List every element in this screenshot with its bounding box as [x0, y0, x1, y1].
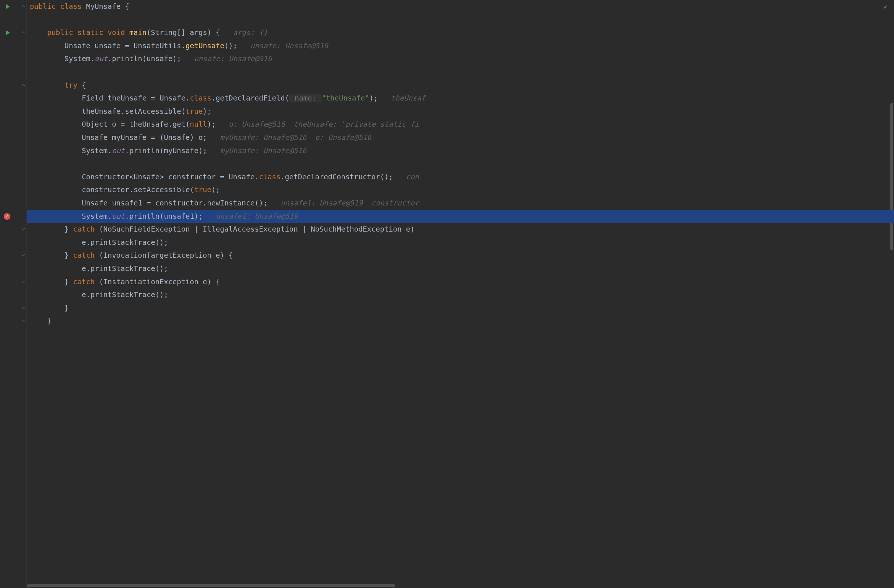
code-token: Unsafe.	[229, 173, 259, 181]
code-line[interactable]: Unsafe unsafe1 = constructor.newInstance…	[27, 197, 894, 210]
run-gutter-icon[interactable]	[5, 29, 12, 36]
code-token: =	[151, 94, 159, 102]
code-token: catch	[73, 278, 99, 286]
code-line[interactable]: try {	[27, 79, 894, 92]
run-gutter-icon[interactable]	[5, 3, 12, 10]
fold-close-icon[interactable]	[21, 280, 26, 284]
code-area[interactable]: ✔ public class MyUnsafe { public static …	[27, 0, 894, 588]
code-token: unsafe1: Unsafe@519 constructor	[281, 199, 419, 207]
code-line[interactable]: System.out.println(unsafe); unsafe: Unsa…	[27, 52, 894, 65]
code-line[interactable]: } catch (NoSuchFieldException | IllegalA…	[27, 223, 894, 236]
code-token: class	[190, 94, 211, 102]
code-token: .println(myUnsafe);	[125, 147, 207, 155]
fold-close-icon[interactable]	[21, 227, 26, 231]
code-line[interactable]: System.out.println(myUnsafe); myUnsafe: …	[27, 144, 894, 157]
code-line[interactable]: Object o = theUnsafe.get(null); o: Unsaf…	[27, 118, 894, 131]
code-line[interactable]: Unsafe unsafe = UnsafeUtils.getUnsafe();…	[27, 39, 894, 53]
code-token: );	[203, 107, 211, 116]
code-token: myUnsafe: Unsafe@516	[220, 147, 307, 155]
code-line[interactable]	[27, 157, 894, 171]
code-token: class	[259, 173, 281, 181]
code-token: Unsafe unsafe	[65, 42, 125, 50]
code-token: static	[77, 28, 107, 37]
code-token: MyUnsafe	[86, 2, 125, 11]
code-token: e.printStackTrace();	[82, 238, 168, 247]
code-line[interactable]: } catch (InvocationTargetException e) {	[27, 249, 894, 262]
code-token: {	[229, 251, 233, 260]
code-line[interactable]: } catch (InstantiationException e) {	[27, 275, 894, 289]
code-token: theUnsafe.setAccessible(	[82, 107, 186, 116]
code-token	[378, 94, 391, 102]
code-token	[207, 147, 220, 155]
code-token: }	[65, 251, 73, 260]
code-token: .println(unsafe);	[107, 54, 181, 63]
code-token: public	[47, 28, 77, 37]
code-token	[237, 42, 251, 50]
code-token: true	[194, 186, 211, 194]
code-editor[interactable]: ✔ public class MyUnsafe { public static …	[0, 0, 894, 588]
fold-close-icon[interactable]	[21, 306, 26, 310]
code-token: (InvocationTargetException e)	[99, 251, 229, 260]
code-line[interactable]	[27, 13, 894, 27]
code-token: e.printStackTrace();	[82, 265, 168, 273]
code-token: getUnsafe	[186, 42, 225, 50]
fold-open-icon[interactable]	[21, 30, 26, 35]
code-token: System.	[82, 147, 112, 155]
code-token: catch	[73, 225, 99, 233]
code-token: (	[146, 28, 151, 37]
code-token: UnsafeUtils.	[134, 42, 186, 50]
code-token: {	[125, 2, 129, 11]
code-line[interactable]: Unsafe myUnsafe = (Unsafe) o; myUnsafe: …	[27, 131, 894, 144]
code-token: System.	[82, 212, 112, 221]
code-token: []	[177, 28, 190, 37]
code-token: (InstantiationException e)	[99, 278, 216, 286]
code-token: constructor.newInstance();	[155, 199, 267, 207]
code-token: .getDeclaredField(	[211, 94, 289, 102]
code-line[interactable]: e.printStackTrace();	[27, 236, 894, 249]
code-token: )	[207, 28, 215, 37]
code-line[interactable]: Constructor<Unsafe> constructor = Unsafe…	[27, 171, 894, 184]
code-token: {	[82, 81, 86, 89]
code-token: unsafe: Unsafe@516	[194, 54, 272, 63]
code-line[interactable]: e.printStackTrace();	[27, 288, 894, 302]
code-token	[181, 54, 194, 63]
breakpoint-icon[interactable]	[4, 213, 10, 220]
code-line[interactable]: e.printStackTrace();	[27, 262, 894, 275]
code-token: main	[129, 28, 146, 37]
code-token: }	[47, 317, 51, 325]
code-line[interactable]: }	[27, 314, 894, 328]
code-line[interactable]: Field theUnsafe = Unsafe.class.getDeclar…	[27, 92, 894, 105]
fold-close-icon[interactable]	[21, 253, 26, 258]
code-token	[268, 199, 281, 207]
fold-open-icon[interactable]	[21, 5, 26, 9]
code-line[interactable]: public static void main(String[] args) {…	[27, 26, 894, 39]
code-token: );	[207, 120, 215, 128]
code-token: {	[216, 278, 220, 286]
code-token: =	[121, 120, 129, 128]
code-line[interactable]: public class MyUnsafe {	[27, 0, 894, 13]
code-token: System.	[65, 54, 95, 63]
code-line[interactable]	[27, 65, 894, 79]
code-token: (NoSuchFieldException | IllegalAccessExc…	[99, 225, 415, 233]
code-token: }	[65, 278, 73, 286]
svg-marker-1	[6, 30, 10, 35]
code-token: out	[112, 147, 125, 155]
code-line[interactable]: theUnsafe.setAccessible(true);	[27, 105, 894, 118]
code-token: class	[60, 2, 86, 11]
code-line[interactable]: System.out.println(unsafe1); unsafe1: Un…	[27, 210, 894, 223]
horizontal-scrollbar[interactable]	[27, 583, 889, 588]
code-token: theUnsaf	[391, 94, 425, 102]
code-token	[393, 173, 406, 181]
fold-close-icon[interactable]	[21, 319, 26, 323]
code-token: =	[220, 173, 229, 181]
code-token: name:	[289, 94, 322, 102]
code-token	[216, 120, 229, 128]
fold-open-icon[interactable]	[21, 83, 26, 88]
code-line[interactable]: constructor.setAccessible(true);	[27, 183, 894, 197]
code-line[interactable]: }	[27, 302, 894, 315]
code-token: {	[216, 28, 220, 37]
code-token: out	[95, 54, 107, 63]
horizontal-scrollbar-thumb[interactable]	[27, 584, 395, 587]
code-token: Unsafe unsafe1	[82, 199, 146, 207]
code-token: ();	[224, 42, 237, 50]
